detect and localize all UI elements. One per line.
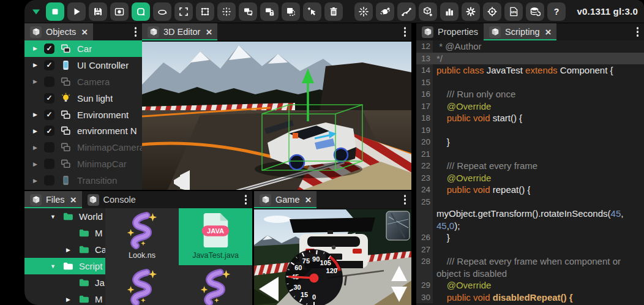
expand-arrow-icon[interactable]: ▶ [33,62,44,68]
expand-arrow-icon[interactable]: ▼ [50,263,56,269]
files-menu-button[interactable] [239,195,253,205]
code-line[interactable]: 15 [416,77,644,89]
code-line[interactable]: 17 @Override [416,100,644,113]
build-button[interactable] [483,2,501,21]
visibility-checkbox[interactable] [44,175,54,186]
code-editor[interactable]: 12 * @Author13*/14public class JavaTest … [416,40,644,305]
file-tile-lod-ns[interactable]: LOD.ns [179,265,252,305]
export-apk-button[interactable]: APK [504,2,523,21]
visibility-checkbox[interactable] [44,142,54,152]
tab-console[interactable]: Console [82,191,141,208]
tab-game[interactable]: Game × [254,191,316,208]
run-mode-dropdown[interactable] [29,2,43,21]
expand-arrow-icon[interactable]: ▶ [33,128,44,134]
objects-menu-button[interactable] [129,27,143,37]
play-button[interactable] [67,2,86,21]
tab-properties[interactable]: Properties [416,23,484,40]
code-line[interactable]: 23 @Override [416,172,644,184]
code-line[interactable]: 27 [416,244,644,256]
visibility-checkbox[interactable] [44,159,54,169]
code-line[interactable]: 26 } [416,232,644,244]
effects-button[interactable] [354,2,373,21]
expand-arrow-icon[interactable]: ▶ [33,111,44,118]
object-row-environment-n[interactable]: ▶✓environment N [24,122,142,139]
expand-arrow-icon[interactable]: ▶ [66,296,70,303]
code-line[interactable]: 30 public void disabledRepeat() { [416,292,644,304]
brake-button[interactable] [391,287,407,302]
close-icon[interactable]: × [305,195,312,205]
backup-button[interactable] [526,2,544,21]
tab-3d-editor[interactable]: 3D Editor × [142,23,217,40]
object-row-transition[interactable]: ▶Transition [24,172,142,189]
code-line[interactable]: 25 [416,196,644,208]
code-line[interactable]: myObject.getTransform().rotateInSeconds(… [416,208,644,220]
editor-3d-viewport[interactable] [142,42,411,190]
close-icon[interactable]: × [545,27,552,37]
visibility-checkbox[interactable]: ✓ [44,93,54,104]
expand-arrow-icon[interactable]: ▶ [33,161,44,167]
visibility-checkbox[interactable]: ✓ [44,126,54,136]
code-line[interactable]: 21 [416,148,644,160]
rotate-tool-button[interactable] [153,2,171,21]
visibility-checkbox[interactable] [44,77,54,87]
duplicate-button[interactable] [239,2,257,21]
bounds-tool-button[interactable] [196,2,214,21]
preview-button[interactable] [110,2,129,21]
file-tile-minimapcar-ns[interactable]: MinimapCar.ns [105,265,179,305]
code-line[interactable]: 14public class JavaTest extends Componen… [416,64,644,77]
pointer-tool-button[interactable] [303,2,321,21]
code-line[interactable]: 16 /// Run only once [416,88,644,100]
visibility-checkbox[interactable]: ✓ [44,43,54,54]
code-line[interactable]: 19 [416,124,644,137]
scale-tool-button[interactable] [174,2,193,21]
code-line[interactable]: 45,0); [416,220,644,232]
lock-object-button[interactable] [260,2,279,21]
scripting-menu-button[interactable] [631,27,644,37]
code-line[interactable]: 24 public void repeat() { [416,184,644,196]
code-line[interactable]: 22 /// Repeat every frame [416,160,644,172]
expand-arrow-icon[interactable]: ▶ [33,78,44,85]
expand-arrow-icon[interactable]: ▶ [33,45,44,51]
physics-button[interactable] [376,2,394,21]
tab-scripting[interactable]: Scripting × [484,23,556,40]
stop-button[interactable] [46,2,64,21]
code-line[interactable]: 28 /// Repeat every frame when component… [416,255,644,268]
settings-button[interactable] [462,2,480,21]
object-row-camera[interactable]: ▶Camera [24,73,142,90]
close-icon[interactable]: × [70,195,77,205]
close-icon[interactable]: × [206,27,212,37]
code-line[interactable]: 18 public void start() { [416,112,644,124]
add-object-button[interactable] [419,2,437,21]
object-row-ui-controller[interactable]: ▶✓UI Controller [24,57,142,73]
visibility-checkbox[interactable]: ✓ [44,60,54,70]
tab-files[interactable]: Files × [24,191,82,208]
tab-objects[interactable]: Objects × [24,23,93,40]
expand-arrow-icon[interactable]: ▼ [50,214,56,220]
object-row-minimapcamera[interactable]: ▶MinimapCamera [24,139,142,156]
visibility-checkbox[interactable]: ✓ [44,110,54,120]
expand-arrow-icon[interactable]: ▶ [66,247,70,253]
help-button[interactable]: ? [547,2,566,21]
move-tool-button[interactable] [132,2,150,21]
stats-button[interactable] [440,2,459,21]
editor-3d-menu-button[interactable] [399,27,412,37]
object-row-environment[interactable]: ▶✓Environment [24,107,142,123]
code-line[interactable]: object is disabled [416,268,644,280]
expand-arrow-icon[interactable]: ▶ [33,178,44,184]
steer-left-button[interactable] [259,277,279,301]
save-button[interactable] [89,2,107,21]
code-line[interactable]: 20 } [416,136,644,148]
close-icon[interactable]: × [81,27,88,37]
game-viewport[interactable]: 0153045607590105120 [254,209,411,305]
object-row-minimapcar[interactable]: ▶MinimapCar [24,156,142,172]
snap-tool-button[interactable] [217,2,236,21]
file-tile-javatest-java[interactable]: JAVAJavaTest.java [179,208,252,265]
expand-arrow-icon[interactable]: ▶ [33,145,44,151]
delete-button[interactable] [324,2,343,21]
code-line[interactable]: 12 * @Author [416,40,644,53]
file-tile-look-ns[interactable]: Look.ns [105,208,179,265]
code-line[interactable]: 29 @Override [416,279,644,292]
object-row-car[interactable]: ▶✓Car [24,40,142,57]
code-line[interactable]: 13*/ [416,53,644,65]
spline-button[interactable] [397,2,416,21]
